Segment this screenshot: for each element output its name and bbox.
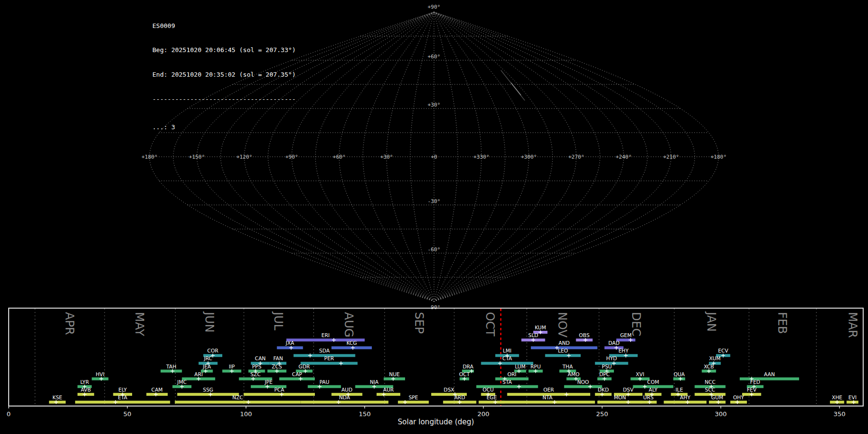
shower-KCG: KCG bbox=[331, 340, 372, 350]
shower-code-label: RPU bbox=[530, 364, 541, 369]
shower-code-label: LYR bbox=[80, 379, 89, 385]
shower-CAP: CAP bbox=[279, 371, 315, 381]
shower-code-label: SDA bbox=[319, 348, 330, 353]
month-label: OCT bbox=[483, 312, 497, 337]
shower-code-label: CAP bbox=[292, 371, 302, 377]
shower-code-label: KUM bbox=[535, 325, 546, 330]
shower-code-label: SLD bbox=[528, 332, 538, 338]
shower-code-label: DSV bbox=[623, 387, 634, 393]
longitude-label: +240° bbox=[616, 154, 632, 160]
shower-code-label: PSU bbox=[602, 364, 612, 369]
x-tick-label: 0 bbox=[7, 410, 11, 418]
longitude-label: +180° bbox=[141, 154, 157, 160]
shower-KSE: KSE bbox=[49, 394, 66, 404]
shower-ARI: ARI bbox=[182, 371, 215, 381]
latitude-label: -30° bbox=[428, 198, 441, 204]
shower-code-label: CAN bbox=[255, 355, 266, 361]
shower-bar bbox=[75, 401, 170, 404]
shower-IIP: IIP bbox=[222, 364, 241, 373]
shower-NDA: NDA bbox=[300, 394, 388, 404]
latitude-label: +90° bbox=[428, 4, 441, 10]
separator-line: -------------------------------------- bbox=[152, 95, 296, 104]
longitude-label: +180° bbox=[710, 154, 726, 160]
shower-code-label: GDR bbox=[298, 364, 310, 369]
shower-code-label: ARD bbox=[454, 394, 465, 400]
shower-SLD: SLD bbox=[521, 332, 545, 342]
shower-code-label: SSG bbox=[203, 387, 213, 393]
shower-AVB: AVB bbox=[78, 387, 95, 396]
shower-code-label: DAD bbox=[609, 340, 620, 346]
month-label: MAR bbox=[846, 312, 859, 338]
shower-code-label: PAU bbox=[319, 379, 329, 385]
x-axis: 050100150200250300350Solar longitude (de… bbox=[7, 406, 845, 426]
shower-XHE: XHE bbox=[830, 394, 844, 404]
month-label: JUN bbox=[203, 311, 216, 333]
latitude-label: +30° bbox=[428, 102, 441, 108]
month-label: FEB bbox=[775, 312, 789, 334]
shower-code-label: IIP bbox=[229, 364, 235, 369]
shower-code-label: AVB bbox=[81, 387, 91, 393]
shower-AUR: AUR bbox=[377, 387, 400, 396]
shower-code-label: OCT bbox=[459, 371, 470, 377]
shower-code-label: EGE bbox=[487, 394, 497, 400]
shower-code-label: GEM bbox=[620, 332, 632, 338]
shower-code-label: ELY bbox=[119, 387, 127, 393]
shower-JXA: JXA bbox=[277, 340, 303, 350]
shower-bar bbox=[308, 385, 341, 388]
month-label: JUL bbox=[271, 311, 285, 331]
shower-code-label: PPS bbox=[252, 364, 262, 369]
longitude-label: +0 bbox=[431, 154, 437, 160]
latitude-label: -60° bbox=[428, 246, 441, 253]
shower-code-label: JEA bbox=[203, 364, 212, 369]
shower-code-label: ERI bbox=[322, 332, 330, 338]
shower-code-label: NTA bbox=[542, 394, 553, 400]
shower-code-label: CAM bbox=[151, 387, 163, 393]
shower-code-label: GUM bbox=[711, 394, 723, 400]
shower-LEO: LEO bbox=[545, 348, 581, 357]
shower-code-label: XHE bbox=[832, 394, 842, 400]
longitude-label: +60° bbox=[333, 154, 346, 160]
shower-code-label: ILE bbox=[676, 387, 683, 393]
longitude-label: +330° bbox=[474, 154, 489, 160]
shower-code-label: EHY bbox=[618, 348, 629, 353]
shower-code-label: COM bbox=[647, 379, 659, 385]
shower-code-label: ARI bbox=[194, 371, 203, 377]
month-label: JAN bbox=[705, 311, 718, 332]
shower-code-label: ECV bbox=[718, 348, 729, 353]
shower-code-label: ZCS bbox=[272, 364, 283, 369]
shower-bar bbox=[244, 393, 315, 396]
month-label: APR bbox=[63, 312, 76, 335]
shower-URS: URS bbox=[640, 394, 657, 404]
shower-RPU: RPU bbox=[529, 364, 543, 373]
shower-code-label: NDA bbox=[339, 394, 351, 400]
month-label: NOV bbox=[556, 312, 569, 338]
shower-bar bbox=[377, 393, 400, 396]
shower-code-label: SCC bbox=[705, 387, 715, 393]
shower-code-label: FEV bbox=[747, 387, 757, 393]
shower-code-label: XUM bbox=[709, 355, 720, 361]
shower-code-label: HVI bbox=[95, 371, 104, 377]
shower-bar bbox=[597, 401, 643, 404]
x-tick-label: 150 bbox=[359, 410, 371, 418]
shower-DPC: DPC bbox=[597, 371, 612, 381]
shower-code-label: CTA bbox=[502, 355, 513, 361]
month-label: AUG bbox=[342, 312, 355, 338]
meteor-trail bbox=[511, 83, 521, 95]
shower-code-label: AUR bbox=[383, 387, 394, 393]
shower-code-label: NOO bbox=[577, 379, 589, 385]
shower-code-label: AUD bbox=[341, 387, 353, 393]
latitude-label: +60° bbox=[428, 54, 441, 60]
shower-code-label: DKD bbox=[597, 387, 609, 393]
longitude-label: +300° bbox=[521, 154, 537, 160]
shower-CAM: CAM bbox=[147, 387, 168, 396]
shower-code-label: DSX bbox=[444, 387, 454, 393]
shower-code-label: XCB bbox=[704, 364, 714, 369]
plot-canvas: +90°+60°+30°-30°-60°-90°+180°+150°+120°+… bbox=[0, 0, 868, 434]
longitude-label: +90° bbox=[285, 154, 298, 160]
shower-QUA: QUA bbox=[673, 371, 685, 381]
shower-code-label: MON bbox=[614, 394, 626, 400]
shower-NUE: NUE bbox=[384, 371, 405, 381]
shower-bar bbox=[300, 401, 388, 404]
begin-time: Beg: 20251020 20:06:45 (sol = 207.33°) bbox=[152, 46, 296, 54]
shower-SSG: SSG bbox=[177, 387, 239, 396]
